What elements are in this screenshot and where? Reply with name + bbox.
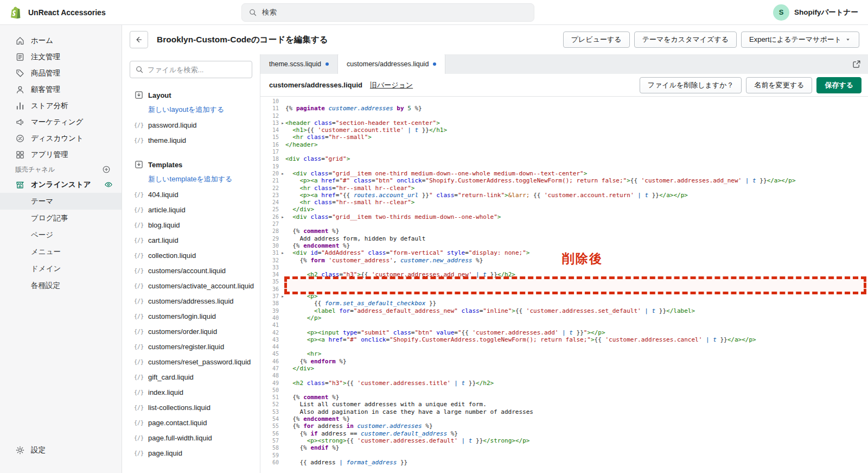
delete-file-button[interactable]: ファイ​ルを削除しますか？	[640, 77, 742, 93]
code-line-13[interactable]: 13▸<header class="section-header text-ce…	[260, 119, 868, 127]
code-line-44[interactable]: 44	[260, 343, 868, 350]
code-line-31[interactable]: 31▸ <div id="AddAddress" class="form-ver…	[260, 249, 868, 256]
file-item[interactable]: {/} page.full-width.liquid	[122, 430, 260, 445]
editor-tab[interactable]: customers/addresses.liquid	[338, 54, 445, 74]
sidebar-item-products[interactable]: 商品管理	[0, 65, 122, 81]
rename-file-button[interactable]: 名前を変更する	[746, 77, 812, 93]
add-file-link[interactable]: 新しいtemplateを追加する	[122, 172, 260, 187]
code-line-59[interactable]: 59	[260, 452, 868, 459]
code-line-15[interactable]: 15 <hr class="hr--small">	[260, 134, 868, 141]
code-line-24[interactable]: 24 <hr class="hr--small hr--clear">	[260, 199, 868, 206]
account-menu-button[interactable]: S Shopifyパートナー	[773, 4, 858, 21]
sidebar-subitem-メニュー[interactable]: メニュー	[0, 243, 122, 260]
code-line-34[interactable]: 34 <h2 class="h3">{{ 'customer.addresses…	[260, 271, 868, 278]
file-item[interactable]: {/} blog.liquid	[122, 217, 260, 232]
sidebar-subitem-ブログ記事[interactable]: ブログ記事	[0, 210, 122, 226]
file-item[interactable]: {/} list-collections.liquid	[122, 400, 260, 415]
sidebar-subitem-テーマ[interactable]: テーマ	[0, 193, 122, 210]
code-line-29[interactable]: 29 Add address form, hidden by default	[260, 235, 868, 242]
code-line-11[interactable]: 11{% paginate customer.addresses by 5 %}	[260, 105, 868, 112]
sidebar-item-orders[interactable]: 注文管理	[0, 49, 122, 65]
sidebar-item-apps[interactable]: アプリ管理	[0, 147, 122, 163]
fold-marker-icon[interactable]: ▸	[280, 213, 285, 220]
sidebar-subitem-ドメイン[interactable]: ドメイン	[0, 260, 122, 277]
code-area[interactable]: 1011{% paginate customer.addresses by 5 …	[260, 97, 868, 473]
old-version-link[interactable]: 旧バージョン	[370, 80, 413, 90]
file-item[interactable]: {/} customers/register.liquid	[122, 339, 260, 354]
code-line-50[interactable]: 50	[260, 387, 868, 394]
code-line-25[interactable]: 25 </div>	[260, 206, 868, 213]
code-line-48[interactable]: 48	[260, 372, 868, 379]
fold-marker-icon[interactable]: ▸	[280, 249, 285, 256]
code-line-16[interactable]: 16</header>	[260, 141, 868, 148]
expert-support-button[interactable]: Expertによるテーマサポート	[741, 31, 859, 48]
code-line-43[interactable]: 43 <p><a href="#" onclick="Shopify.Custo…	[260, 336, 868, 343]
code-line-10[interactable]: 10	[260, 98, 868, 105]
file-search-input[interactable]	[148, 66, 247, 74]
code-line-42[interactable]: 42 <p><input type="submit" class="btn" v…	[260, 329, 868, 336]
shopify-logo-icon[interactable]	[8, 5, 23, 20]
code-line-19[interactable]: 19	[260, 163, 868, 170]
file-section-templates[interactable]: Templates	[122, 157, 260, 172]
code-line-23[interactable]: 23 <p><a href="{{ routes.account_url }}"…	[260, 192, 868, 199]
code-line-12[interactable]: 12	[260, 112, 868, 119]
fold-marker-icon[interactable]: ▸	[280, 170, 285, 177]
code-line-35[interactable]: 35	[260, 278, 868, 285]
file-item[interactable]: {/} customers/login.liquid	[122, 308, 260, 324]
file-item[interactable]: {/} gift_card.liquid	[122, 369, 260, 384]
code-line-60[interactable]: 60 {{ address | format_address }}	[260, 459, 868, 466]
eye-icon[interactable]	[104, 180, 113, 189]
add-file-link[interactable]: 新しいlayoutを追加する	[122, 102, 260, 117]
file-section-layout[interactable]: Layout	[122, 88, 260, 102]
code-line-55[interactable]: 55 {% for address in customer.addresses …	[260, 422, 868, 430]
fold-marker-icon[interactable]: ▸	[280, 293, 285, 300]
file-item[interactable]: {/} customers/reset_password.liquid	[122, 354, 260, 369]
code-line-56[interactable]: 56 {% if address == customer.default_add…	[260, 430, 868, 437]
file-item[interactable]: {/} page.liquid	[122, 445, 260, 461]
sidebar-subitem-各種設定[interactable]: 各種設定	[0, 277, 122, 294]
sidebar-item-home[interactable]: ホーム	[0, 33, 122, 49]
code-line-17[interactable]: 17	[260, 148, 868, 155]
file-item[interactable]: {/} collection.liquid	[122, 248, 260, 263]
code-line-39[interactable]: 39 <label for="address_default_address_n…	[260, 307, 868, 314]
code-line-46[interactable]: 46 {% endform %}	[260, 358, 868, 365]
code-line-49[interactable]: 49 <h2 class="h3">{{ 'customer.addresses…	[260, 380, 868, 387]
code-line-21[interactable]: 21 <p><a href="#" class="btn" onclick="S…	[260, 177, 868, 184]
file-item[interactable]: {/} customers/addresses.liquid	[122, 293, 260, 308]
sidebar-item-online-store[interactable]: オンラインストア	[0, 176, 122, 193]
file-item[interactable]: {/} page.contact.liquid	[122, 415, 260, 430]
code-line-36[interactable]: 36	[260, 286, 868, 293]
code-line-32[interactable]: 32 {% form 'customer_address', customer.…	[260, 257, 868, 264]
sidebar-item-analytics[interactable]: ストア分析	[0, 98, 122, 114]
preview-button[interactable]: プレビューする	[563, 31, 630, 48]
code-line-45[interactable]: 45 <hr>	[260, 350, 868, 357]
file-item[interactable]: {/} customers/order.liquid	[122, 324, 260, 339]
code-line-58[interactable]: 58 {% endif %}	[260, 444, 868, 451]
file-item[interactable]: {/} theme.liquid	[122, 133, 260, 148]
file-item[interactable]: {/} customers/account.liquid	[122, 263, 260, 278]
back-button[interactable]	[130, 31, 148, 48]
sidebar-subitem-ページ[interactable]: ページ	[0, 226, 122, 243]
file-item[interactable]: {/} index.liquid	[122, 384, 260, 400]
file-item[interactable]: {/} password.liquid	[122, 117, 260, 133]
code-line-53[interactable]: 53 Also add pagination in case they have…	[260, 408, 868, 415]
code-line-33[interactable]: 33	[260, 264, 868, 271]
code-line-54[interactable]: 54 {% endcomment %}	[260, 415, 868, 422]
global-search-input[interactable]: 検索	[241, 3, 534, 22]
code-line-30[interactable]: 30 {% endcomment %}	[260, 242, 868, 249]
sidebar-item-discounts[interactable]: ディスカウント	[0, 130, 122, 147]
code-line-40[interactable]: 40 </p>	[260, 314, 868, 321]
file-item[interactable]: {/} 404.liquid	[122, 187, 260, 202]
code-line-28[interactable]: 28 {% comment %}	[260, 228, 868, 235]
code-line-38[interactable]: 38 {{ form.set_as_default_checkbox }}	[260, 300, 868, 307]
code-line-41[interactable]: 41	[260, 321, 868, 329]
sidebar-item-marketing[interactable]: マーケティング	[0, 114, 122, 130]
code-line-47[interactable]: 47 </div>	[260, 365, 868, 372]
file-item[interactable]: {/} cart.liquid	[122, 232, 260, 248]
file-item[interactable]: {/} article.liquid	[122, 202, 260, 217]
code-line-22[interactable]: 22 <hr class="hr--small hr--clear">	[260, 185, 868, 192]
sidebar-item-settings[interactable]: 設定	[0, 442, 122, 459]
save-button[interactable]: 保存する	[816, 77, 861, 93]
customize-theme-button[interactable]: テーマをカスタマイズする	[634, 31, 737, 48]
code-line-20[interactable]: 20▸ <div class="grid__item one-third med…	[260, 170, 868, 177]
